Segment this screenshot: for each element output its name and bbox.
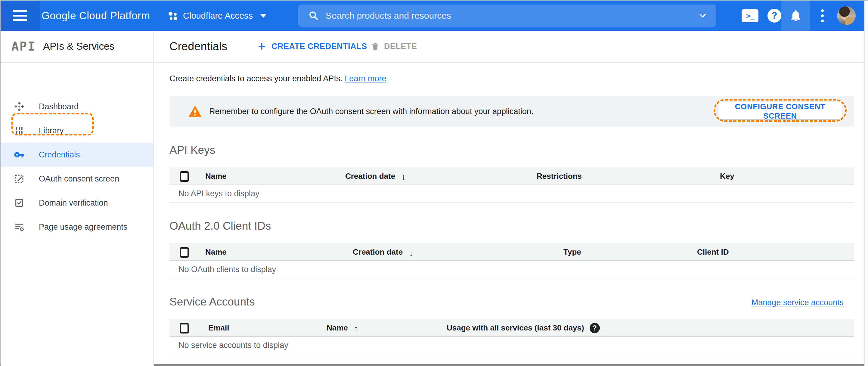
sidebar-item-page-usage-agreements[interactable]: Page usage agreements bbox=[1, 215, 154, 239]
create-credentials-button[interactable]: CREATE CREDENTIALS bbox=[257, 31, 367, 62]
sidebar-title: APIs & Services bbox=[43, 41, 114, 52]
bell-icon bbox=[789, 9, 802, 22]
search-input[interactable] bbox=[326, 10, 687, 21]
project-icon bbox=[168, 10, 178, 21]
sidebar: API APIs & Services Dashboard bbox=[1, 31, 154, 366]
page-header: Credentials CREATE CREDENTIALS DELETE bbox=[155, 31, 864, 63]
sidebar-item-label: Page usage agreements bbox=[39, 222, 127, 232]
library-icon bbox=[13, 125, 25, 136]
intro-sentence: Create credentials to access your enable… bbox=[169, 74, 342, 83]
manage-service-accounts-link[interactable]: Manage service accounts bbox=[751, 298, 844, 307]
page-scrollbar[interactable] bbox=[864, 1, 868, 366]
plus-icon bbox=[257, 41, 267, 51]
select-all-checkbox[interactable] bbox=[180, 171, 189, 182]
dashboard-icon bbox=[13, 100, 25, 113]
column-header-creation-date[interactable]: Creation date ↓ bbox=[353, 243, 413, 261]
project-name: Cloudflare Access bbox=[183, 11, 253, 21]
column-header-type[interactable]: Type bbox=[563, 243, 581, 261]
main-menu-button[interactable] bbox=[1, 1, 40, 31]
sidebar-item-label: Credentials bbox=[39, 150, 80, 159]
sidebar-item-label: Library bbox=[39, 126, 64, 135]
sidebar-item-label: Domain verification bbox=[39, 199, 108, 208]
sidebar-item-domain-verification[interactable]: Domain verification bbox=[1, 191, 154, 215]
domain-verification-icon bbox=[13, 197, 25, 209]
consent-screen-icon bbox=[13, 173, 25, 185]
oauth-table-header: Name Creation date ↓ Type Client ID bbox=[169, 243, 854, 261]
help-tooltip-icon[interactable]: ? bbox=[590, 323, 600, 333]
warning-icon bbox=[188, 104, 202, 118]
api-keys-section-title: API Keys bbox=[169, 144, 215, 156]
api-keys-table-header: Name Creation date ↓ Restrictions Key bbox=[169, 167, 854, 185]
column-header-email[interactable]: Email bbox=[208, 319, 229, 337]
sidebar-item-oauth-consent-screen[interactable]: OAuth consent screen bbox=[1, 167, 154, 191]
more-options-button[interactable] bbox=[815, 1, 830, 31]
select-all-checkbox[interactable] bbox=[180, 247, 189, 257]
sidebar-item-credentials[interactable]: Credentials bbox=[1, 143, 154, 167]
search-icon bbox=[308, 10, 319, 21]
notifications-button[interactable] bbox=[781, 1, 810, 31]
service-accounts-empty-text: No service accounts to display bbox=[179, 341, 288, 350]
delete-button[interactable]: DELETE bbox=[371, 31, 417, 62]
page-usage-icon bbox=[13, 221, 25, 233]
select-all-checkbox[interactable] bbox=[180, 323, 189, 334]
sidebar-item-library[interactable]: Library bbox=[1, 119, 154, 143]
oauth-empty-row: No OAuth clients to display bbox=[169, 261, 854, 278]
sort-asc-icon: ↑ bbox=[354, 324, 359, 334]
user-avatar[interactable] bbox=[837, 6, 856, 25]
service-accounts-empty-row: No service accounts to display bbox=[169, 337, 854, 354]
oauth-empty-text: No OAuth clients to display bbox=[179, 265, 276, 274]
sidebar-item-label: OAuth consent screen bbox=[39, 174, 119, 184]
search-expand-chevron-icon[interactable] bbox=[698, 10, 708, 21]
project-selector[interactable]: Cloudflare Access bbox=[168, 1, 267, 31]
column-header-restrictions[interactable]: Restrictions bbox=[537, 167, 582, 185]
learn-more-link[interactable]: Learn more bbox=[345, 74, 386, 83]
delete-label: DELETE bbox=[384, 42, 417, 51]
sort-desc-icon: ↓ bbox=[401, 172, 406, 182]
column-header-name[interactable]: Name bbox=[205, 167, 227, 185]
column-header-usage[interactable]: Usage with all services (last 30 days) ? bbox=[447, 319, 600, 337]
intro-text: Create credentials to access your enable… bbox=[169, 74, 386, 83]
service-accounts-table-header: Email Name ↑ Usage with all services (la… bbox=[169, 319, 854, 337]
column-header-key[interactable]: Key bbox=[720, 167, 734, 185]
sidebar-item-dashboard[interactable]: Dashboard bbox=[1, 94, 154, 119]
column-header-name[interactable]: Name ↑ bbox=[327, 319, 359, 337]
content-area: Create credentials to access your enable… bbox=[169, 63, 854, 365]
api-keys-empty-row: No API keys to display bbox=[169, 185, 854, 203]
key-icon bbox=[13, 149, 25, 161]
search-bar[interactable] bbox=[298, 4, 716, 27]
service-accounts-section-title: Service Accounts bbox=[169, 296, 255, 308]
product-logo[interactable]: Google Cloud Platform bbox=[41, 1, 150, 31]
chevron-down-icon bbox=[260, 14, 267, 18]
consent-button-highlight-outline: CONFIGURE CONSENT SCREEN bbox=[714, 99, 847, 122]
cloud-shell-icon: >_ bbox=[742, 9, 758, 22]
hamburger-icon bbox=[13, 7, 27, 24]
api-product-icon: API bbox=[11, 39, 36, 53]
oauth-warning-banner: Remember to configure the OAuth consent … bbox=[169, 96, 854, 127]
api-keys-empty-text: No API keys to display bbox=[179, 189, 259, 199]
configure-consent-screen-button[interactable]: CONFIGURE CONSENT SCREEN bbox=[718, 102, 842, 119]
column-header-client-id[interactable]: Client ID bbox=[697, 243, 728, 261]
sidebar-item-label: Dashboard bbox=[39, 102, 79, 111]
create-credentials-label: CREATE CREDENTIALS bbox=[272, 42, 367, 51]
cloud-shell-button[interactable]: >_ bbox=[740, 1, 761, 31]
trash-icon bbox=[371, 41, 380, 51]
page-title: Credentials bbox=[169, 31, 227, 62]
column-header-creation-date[interactable]: Creation date ↓ bbox=[345, 167, 406, 185]
top-bar: Google Cloud Platform Cloudflare Access … bbox=[1, 1, 864, 31]
browser-frame: Google Cloud Platform Cloudflare Access … bbox=[0, 0, 868, 366]
sort-desc-icon: ↓ bbox=[409, 248, 413, 258]
sidebar-header: API APIs & Services bbox=[1, 31, 154, 63]
oauth-section-title: OAuth 2.0 Client IDs bbox=[169, 220, 271, 232]
help-icon: ? bbox=[768, 9, 781, 23]
kebab-menu-icon bbox=[821, 9, 824, 22]
column-header-name[interactable]: Name bbox=[205, 243, 227, 261]
banner-message: Remember to configure the OAuth consent … bbox=[209, 96, 534, 127]
help-button[interactable]: ? bbox=[765, 1, 784, 31]
